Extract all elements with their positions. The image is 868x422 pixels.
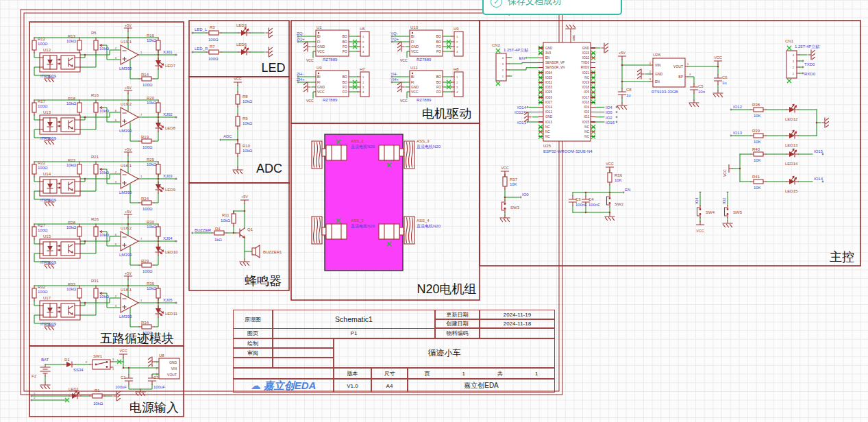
- adc-circuit[interactable]: VCC R8 10kΩ R9 10kΩ R10 10kΩ ADC: [219, 77, 252, 174]
- pin-number: 2: [86, 360, 88, 364]
- ref-label: R35: [147, 282, 155, 286]
- ref-label: SW1: [93, 354, 103, 358]
- value-label: 100Ω: [38, 228, 48, 232]
- value-label: LM393: [119, 190, 132, 195]
- motor-driver-unit[interactable]: U11 RZ7889 YH- YH+ H8 VCC BI FI GND VCC …: [390, 66, 463, 103]
- value-label: 直流电机N20: [417, 144, 441, 149]
- pin-name: GND: [317, 85, 325, 89]
- net-label: TXD0: [804, 62, 815, 66]
- ref-label: R8: [243, 95, 248, 99]
- value-label: LM393: [119, 253, 132, 257]
- led-circuit[interactable]: LED_L R3 100Ω LED3 LED_R R7 100Ω LED6: [191, 23, 272, 61]
- brand-name: 嘉立创EDA: [264, 380, 317, 393]
- power-input-circuit[interactable]: BAT F2 D1 SS34 SW1 2 3 1 VCC U8 GND VIN …: [31, 349, 180, 406]
- pin-name: FI: [411, 40, 414, 44]
- value-label: 100Ω: [142, 145, 153, 149]
- titleblock-label: 版本: [334, 368, 371, 379]
- pin-name: BO: [343, 34, 347, 38]
- pin-name: VOUT: [673, 64, 683, 69]
- pin-name: GND: [411, 45, 419, 49]
- ref-label: R18: [68, 97, 76, 101]
- toast-notification[interactable]: ✓ 保存文档成功: [482, 0, 622, 15]
- pin-name: FO: [436, 85, 441, 89]
- size-value: A4: [371, 379, 408, 393]
- n20-motor-group[interactable]: ASS_1 直流电机N20 ASS_3 直流电机N20 ASS_2 直流电机N2…: [312, 134, 441, 271]
- ref-label: U26: [653, 53, 661, 57]
- pin-name: BI: [411, 75, 414, 79]
- value-label: 100Ω: [38, 166, 48, 170]
- ref-label: D1: [64, 358, 70, 362]
- tracking-channel[interactable]: +5V R32 100Ω R33 10kΩ R31 10kΩ U17 ITR99…: [32, 271, 178, 335]
- value-label: 100Ω: [142, 331, 153, 335]
- ref-label: R5: [91, 31, 97, 35]
- sheet-name[interactable]: P1: [273, 328, 435, 338]
- ref-label: SW4: [706, 210, 715, 214]
- ref-label: R40: [752, 147, 760, 151]
- ref-label: R9: [243, 116, 248, 121]
- total-number: 1: [535, 371, 538, 377]
- motor-driver-unit[interactable]: U10 RZ7889 YQ- YQ+ H9 VCC BI FI GND VCC …: [390, 25, 463, 62]
- pin-number: 5: [687, 62, 689, 66]
- motor-driver-unit[interactable]: U1 RZ7889 ZQ- ZQ+ H6 VCC BI FI GND VCC B…: [297, 25, 369, 62]
- schematic-canvas[interactable]: 6 五路循迹模块 电源输入 LED ADC 蜂鸣器 电机驱动 N20电机组 主控…: [0, 0, 868, 422]
- ref-label: C2: [153, 375, 159, 380]
- ref-label: R38: [752, 103, 760, 107]
- pin-name: FO: [343, 45, 347, 49]
- ref-label: LED8: [165, 126, 176, 130]
- value-label: 10kΩ: [147, 225, 157, 229]
- tracking-channel[interactable]: +5V R12 100Ω R13 10kΩ R5 10kΩ U12 ITR990…: [32, 23, 177, 87]
- power-flag: VCC: [501, 166, 509, 170]
- motor-driver-unit[interactable]: U9 RZ7889 ZH- ZH+ H7 VCC BI FI GND VCC B…: [297, 66, 369, 103]
- section-main-box: [480, 21, 860, 266]
- net-label: YQ-: [390, 32, 398, 36]
- esp32-pins-right: GNDIO23IO22TXD0RXD0IO21NCIO19IO18IO5IO17…: [552, 46, 589, 140]
- schematic-name[interactable]: Schematic1: [273, 310, 435, 329]
- power-flag: VCC: [400, 99, 408, 103]
- ref-label: LED1: [69, 387, 79, 391]
- ref-label: R20: [147, 96, 155, 100]
- pin-number: 7: [140, 113, 142, 116]
- ref-label: R31: [91, 279, 99, 283]
- titleblock-label: 创建日期: [435, 319, 480, 328]
- ref-label: R10: [243, 144, 251, 148]
- net-label: ZQ-: [297, 32, 303, 36]
- value-label: 直流电机N20: [351, 223, 375, 229]
- tracking-channel[interactable]: +5V R22 100Ω R23 10kΩ R21 10kΩ U14 ITR99…: [32, 147, 177, 211]
- ref-label: R25: [147, 158, 155, 162]
- ref-label: R29: [141, 259, 149, 263]
- value-label: 10kΩ: [243, 99, 253, 103]
- titleblock-label: 图页: [233, 328, 273, 338]
- ref-label: R34: [141, 321, 149, 325]
- value-label: 1u: [722, 81, 727, 85]
- project-title: 循迹小车: [334, 338, 555, 368]
- value-label: 10kΩ: [243, 121, 253, 125]
- value-label: 100Ω: [142, 207, 153, 211]
- pin-number: 6: [115, 109, 117, 112]
- pin-name: BI: [317, 75, 321, 79]
- value-label: 10K: [615, 178, 622, 182]
- ref-label: BUZZER1: [263, 250, 282, 254]
- buzzer-circuit[interactable]: +5V R11 10kΩ BUZZER R4 1kΩ Q1 BUZZER1: [191, 195, 282, 266]
- ref-label: CN1: [785, 39, 794, 43]
- material-code: [480, 328, 555, 338]
- tracking-channel[interactable]: +5V R17 100Ω R18 10kΩ R16 10kΩ U13 ITR99…: [32, 86, 177, 149]
- value-label: ITR9909: [40, 198, 57, 202]
- page-number: 1: [462, 371, 465, 377]
- pin-name: FO: [436, 90, 441, 94]
- value-label: ESP32-WROOM-32UE-N4: [543, 149, 593, 153]
- pin-name: FO: [343, 90, 347, 94]
- pin-name: FO: [343, 49, 347, 53]
- ref-label: C3: [575, 197, 581, 201]
- net-label: RXD0: [804, 72, 816, 76]
- net-label: IO14: [814, 177, 823, 181]
- page-label: 页: [425, 370, 430, 377]
- tracking-channel[interactable]: +5V R27 100Ω R28 10kΩ R26 10kΩ U15 ITR99…: [32, 210, 178, 273]
- value-label: 10kΩ: [99, 171, 110, 175]
- pin-number: 3: [115, 180, 117, 184]
- empty-cell: [233, 368, 334, 379]
- version-value: V1.0: [334, 379, 371, 393]
- ref-label: LED11: [165, 312, 178, 316]
- power-flag: VCC: [234, 77, 242, 81]
- footer-company: 嘉立创EDA: [408, 379, 555, 393]
- power-flag: +5V: [125, 271, 132, 275]
